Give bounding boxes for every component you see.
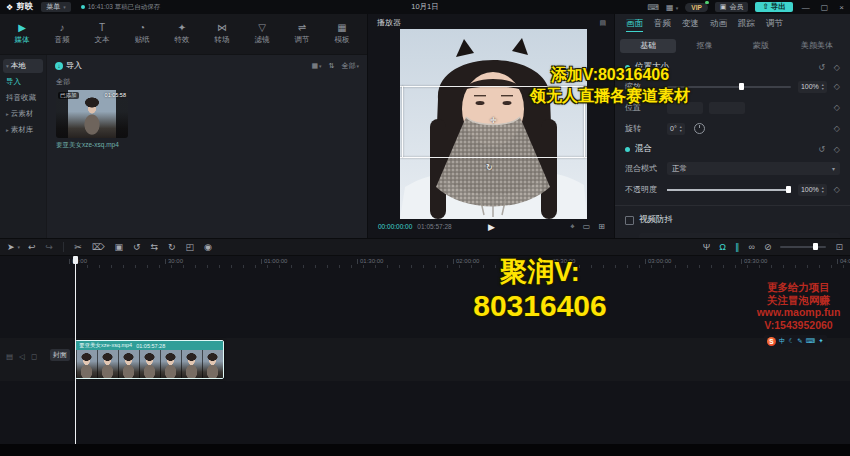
shortcut-keys-icon[interactable]: ⌨: [648, 3, 660, 12]
member-button[interactable]: ▣ 会员: [715, 2, 749, 12]
ime-icon-3[interactable]: ⌨: [806, 336, 815, 346]
main-track-magnet-icon[interactable]: Ω: [719, 242, 726, 252]
mirror-icon[interactable]: ⇆: [151, 242, 159, 252]
filter-dropdown[interactable]: 全部▾: [341, 61, 359, 71]
tab-transition[interactable]: ⋈转场: [202, 14, 242, 54]
delete-icon[interactable]: ⌦: [92, 242, 105, 252]
track-mute-icon[interactable]: ◁: [19, 352, 25, 361]
maximize-button[interactable]: ▢: [819, 3, 831, 12]
rotate-icon[interactable]: ↻: [168, 242, 176, 252]
link-icon[interactable]: ∞: [748, 242, 754, 252]
inspector-tab-picture[interactable]: 画面: [626, 18, 643, 32]
sogou-logo-icon[interactable]: S: [767, 337, 776, 346]
blend-mode-dropdown[interactable]: 正常 ▾: [667, 162, 840, 175]
transform-line-bottom[interactable]: [400, 157, 587, 158]
render-quality-icon[interactable]: ▤: [599, 19, 606, 27]
inspector-subtab-cutout[interactable]: 抠像: [676, 39, 732, 53]
timeline-tracks[interactable]: ▤◁◻ 封面 要亚美女xze-xsq.mp4 01:05:57:28: [0, 269, 850, 444]
scale-value[interactable]: 100%▴▾: [798, 81, 827, 93]
tab-media[interactable]: ▶媒体: [2, 14, 42, 54]
keyframe-icon[interactable]: ◇: [834, 63, 840, 72]
slider-knob[interactable]: [813, 243, 818, 250]
stepper-icon[interactable]: ▴▾: [822, 83, 824, 91]
section-toggle[interactable]: [625, 147, 630, 152]
sidebar-item-cloud-assets[interactable]: ▸云素材: [3, 107, 43, 121]
ime-icon-1[interactable]: ☾: [789, 336, 795, 346]
split-icon[interactable]: ✂: [74, 242, 82, 252]
record-voiceover-icon[interactable]: Ψ: [703, 242, 711, 252]
sidebar-item-local[interactable]: ▾本地: [3, 59, 43, 73]
ime-icon-0[interactable]: 中: [779, 336, 786, 346]
sort-button[interactable]: ⇅: [329, 62, 335, 70]
inspector-subtab-beauty[interactable]: 美颜美体: [789, 39, 845, 53]
tab-audio[interactable]: ♪音频: [42, 14, 82, 54]
smart-matting-icon[interactable]: ◉: [204, 242, 212, 252]
track-lock-icon[interactable]: ◻: [31, 352, 37, 361]
keyframe-icon[interactable]: ◇: [834, 82, 840, 91]
tab-text[interactable]: T文本: [82, 14, 122, 54]
transform-line-left[interactable]: [402, 86, 403, 157]
ime-icon-4[interactable]: ✦: [818, 336, 823, 346]
inspector-subtab-basic[interactable]: 基础: [620, 39, 676, 53]
opacity-slider[interactable]: [667, 189, 791, 191]
timeline-ruler[interactable]: 00:0030:0001:00:0001:30:0002:00:0002:30:…: [0, 256, 850, 269]
keyframe-icon[interactable]: ◇: [834, 124, 840, 133]
keyframe-icon[interactable]: ◇: [834, 185, 840, 194]
crop-icon[interactable]: ◰: [186, 242, 195, 252]
tab-adjust[interactable]: ⇌调节: [282, 14, 322, 54]
sidebar-item-import[interactable]: 导入: [3, 75, 43, 89]
reset-icon[interactable]: ↺: [818, 145, 825, 154]
ime-icon-2[interactable]: ✎: [797, 336, 802, 346]
media-clip-thumbnail[interactable]: 已添加 01:05:58: [56, 90, 128, 138]
track-toggle-icon[interactable]: ▤: [6, 352, 13, 361]
reverse-icon[interactable]: ↺: [133, 242, 141, 252]
preview-axis-icon[interactable]: ⊘: [764, 242, 772, 252]
tab-sticker[interactable]: ◔贴纸: [122, 14, 162, 54]
snapshot-icon[interactable]: ⌖: [570, 222, 575, 232]
inspector-tab-speed[interactable]: 变速: [682, 18, 699, 32]
rotate-value[interactable]: 0°▴▾: [667, 123, 685, 135]
auto-snap-icon[interactable]: ∥: [735, 242, 740, 252]
slider-knob[interactable]: [786, 186, 791, 193]
keyframe-icon[interactable]: ◇: [834, 145, 840, 154]
cover-button[interactable]: 封面: [50, 349, 70, 361]
select-tool-icon[interactable]: ➤: [7, 242, 15, 252]
inspector-subtab-mask[interactable]: 蒙版: [733, 39, 789, 53]
stepper-icon[interactable]: ▴▾: [822, 186, 824, 194]
inspector-tab-audio[interactable]: 音频: [654, 18, 671, 32]
undo-icon[interactable]: ↩: [28, 242, 36, 252]
close-button[interactable]: ×: [837, 3, 846, 12]
import-button[interactable]: ↓ 导入: [55, 60, 82, 71]
rotate-handle-icon[interactable]: ↻: [486, 164, 493, 172]
sidebar-item-asset-library[interactable]: ▸素材库: [3, 123, 43, 137]
opacity-value[interactable]: 100%▴▾: [798, 184, 827, 196]
export-button[interactable]: ⇧ 导出: [755, 2, 792, 12]
rotate-dial[interactable]: [694, 123, 705, 134]
sidebar-item-douyin-favorites[interactable]: 抖音收藏: [3, 91, 43, 105]
redo-icon[interactable]: ↪: [46, 242, 54, 252]
keyframe-icon[interactable]: ◇: [834, 103, 840, 112]
reset-icon[interactable]: ↺: [818, 63, 825, 72]
inspector-tab-adjust[interactable]: 调节: [766, 18, 783, 32]
layout-icon[interactable]: ▦ ▾: [666, 3, 678, 12]
minimize-button[interactable]: —: [800, 3, 812, 12]
tab-filter[interactable]: ▽滤镜: [242, 14, 282, 54]
canvas-ratio-icon[interactable]: ▭: [583, 222, 591, 232]
menu-button[interactable]: 菜单 ▾: [41, 2, 71, 12]
vip-badge[interactable]: VIP: [685, 3, 707, 12]
play-button[interactable]: ▶: [488, 222, 495, 232]
inspector-tab-tracking[interactable]: 跟踪: [738, 18, 755, 32]
move-handle-icon[interactable]: ✛: [490, 117, 497, 125]
view-mode-button[interactable]: ▦▾: [311, 62, 321, 70]
inspector-tab-animation[interactable]: 动画: [710, 18, 727, 32]
preview-video[interactable]: ✛ ↻: [400, 29, 587, 219]
tab-template[interactable]: ▦模板: [322, 14, 362, 54]
playhead-handle[interactable]: [73, 256, 78, 264]
playhead[interactable]: [75, 256, 76, 444]
freeze-frame-icon[interactable]: ▣: [114, 242, 123, 252]
tab-effect[interactable]: ✦特效: [162, 14, 202, 54]
stepper-icon[interactable]: ▴▾: [680, 125, 682, 133]
fit-timeline-icon[interactable]: ⊡: [835, 242, 843, 252]
fullscreen-icon[interactable]: ⊞: [598, 222, 605, 232]
timeline-zoom-slider[interactable]: [780, 246, 826, 248]
